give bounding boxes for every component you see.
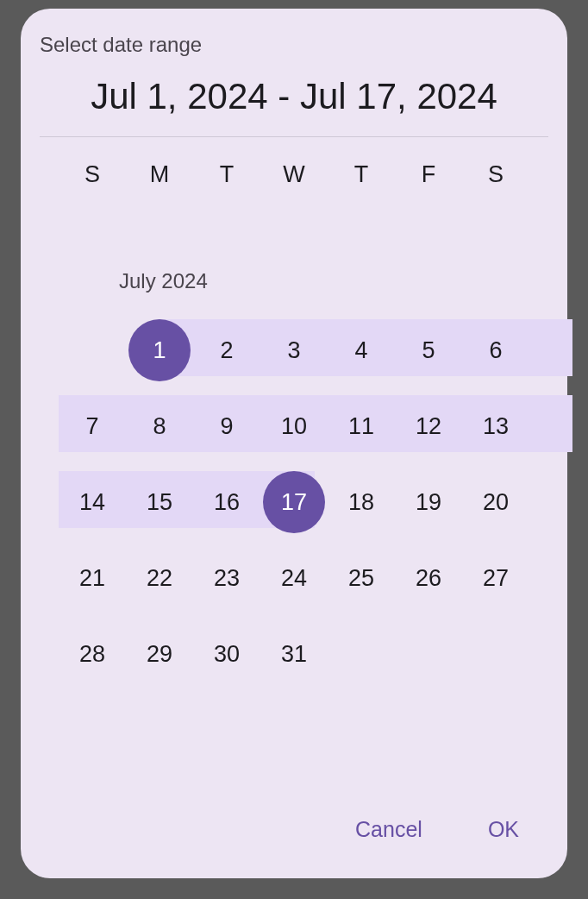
day-cell[interactable]: 18 bbox=[328, 464, 395, 540]
calendar-row: 28 29 30 31 bbox=[59, 616, 529, 692]
divider bbox=[40, 136, 548, 137]
date-range-dialog: Select date range Jul 1, 2024 - Jul 17, … bbox=[21, 9, 567, 878]
weekday-sat: S bbox=[462, 161, 529, 188]
day-cell[interactable]: 28 bbox=[59, 616, 126, 692]
weekday-wed: W bbox=[260, 161, 328, 188]
day-cell[interactable]: 8 bbox=[126, 388, 193, 464]
dialog-actions: Cancel OK bbox=[350, 810, 524, 849]
day-cell[interactable]: 22 bbox=[126, 540, 193, 616]
day-cell[interactable]: 11 bbox=[328, 388, 395, 464]
dialog-header: Select date range Jul 1, 2024 - Jul 17, … bbox=[21, 9, 567, 136]
day-cell[interactable]: 17 bbox=[260, 464, 328, 540]
calendar-row: 7 8 9 10 11 12 13 bbox=[59, 388, 529, 464]
day-cell[interactable]: 3 bbox=[260, 312, 328, 388]
month-label: July 2024 bbox=[21, 269, 567, 293]
ok-button[interactable]: OK bbox=[483, 810, 524, 849]
day-cell[interactable]: 14 bbox=[59, 464, 126, 540]
day-cell[interactable]: 13 bbox=[462, 388, 529, 464]
day-cell[interactable]: 6 bbox=[462, 312, 529, 388]
day-cell[interactable]: 2 bbox=[193, 312, 260, 388]
weekday-mon: M bbox=[126, 161, 193, 188]
calendar: 1 2 3 4 5 6 7 8 9 10 11 12 13 bbox=[21, 312, 567, 692]
weekday-fri: F bbox=[395, 161, 462, 188]
weekday-sun: S bbox=[59, 161, 126, 188]
day-cell[interactable]: 7 bbox=[59, 388, 126, 464]
selected-range-text: Jul 1, 2024 - Jul 17, 2024 bbox=[40, 76, 548, 117]
day-cell[interactable]: 4 bbox=[328, 312, 395, 388]
calendar-row: 1 2 3 4 5 6 bbox=[59, 312, 529, 388]
day-cell[interactable]: 1 bbox=[126, 312, 193, 388]
weekday-tue: T bbox=[193, 161, 260, 188]
day-cell[interactable]: 21 bbox=[59, 540, 126, 616]
day-cell[interactable]: 16 bbox=[193, 464, 260, 540]
day-cell[interactable]: 15 bbox=[126, 464, 193, 540]
cancel-button[interactable]: Cancel bbox=[350, 810, 428, 849]
day-cell[interactable]: 20 bbox=[462, 464, 529, 540]
day-cell[interactable]: 23 bbox=[193, 540, 260, 616]
day-cell[interactable]: 30 bbox=[193, 616, 260, 692]
day-cell[interactable]: 25 bbox=[328, 540, 395, 616]
dialog-title: Select date range bbox=[40, 33, 548, 57]
weekday-thu: T bbox=[328, 161, 395, 188]
weekday-header: S M T W T F S bbox=[21, 161, 567, 188]
day-cell[interactable]: 27 bbox=[462, 540, 529, 616]
day-cell[interactable]: 19 bbox=[395, 464, 462, 540]
calendar-row: 14 15 16 17 18 19 20 bbox=[59, 464, 529, 540]
day-cell[interactable]: 9 bbox=[193, 388, 260, 464]
day-cell[interactable]: 31 bbox=[260, 616, 328, 692]
day-cell[interactable]: 24 bbox=[260, 540, 328, 616]
day-cell[interactable]: 5 bbox=[395, 312, 462, 388]
day-cell[interactable]: 10 bbox=[260, 388, 328, 464]
day-cell[interactable]: 26 bbox=[395, 540, 462, 616]
calendar-row: 21 22 23 24 25 26 27 bbox=[59, 540, 529, 616]
day-cell[interactable]: 29 bbox=[126, 616, 193, 692]
day-cell[interactable]: 12 bbox=[395, 388, 462, 464]
